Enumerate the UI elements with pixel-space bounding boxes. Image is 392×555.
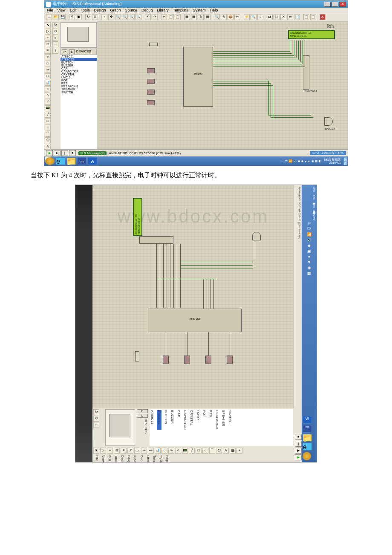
rotate-ccw-icon-2[interactable]: ↺ <box>93 416 99 422</box>
list-item[interactable]: RESPACK-8 <box>215 410 219 430</box>
exit-icon[interactable]: ⬅ <box>287 14 293 20</box>
menu-tools[interactable]: Tools <box>81 8 89 12</box>
instrument-icon-2[interactable]: 📟 <box>182 448 188 454</box>
menu-template[interactable]: Template <box>173 8 189 12</box>
taskbar-explorer-icon[interactable]: 📁 <box>66 157 76 165</box>
menu-debug-2[interactable]: Debug <box>140 455 144 461</box>
button-k4-2[interactable] <box>227 356 233 364</box>
open-file-icon[interactable]: 📂 <box>53 14 59 20</box>
pause-button[interactable]: ‖ <box>61 150 68 156</box>
delete-sheet-icon[interactable]: ✕ <box>280 14 286 20</box>
new-file-icon[interactable]: □ <box>46 14 52 20</box>
rotate-cw-icon-2[interactable]: ↻ <box>93 409 99 415</box>
block-rotate-icon[interactable]: ↻ <box>198 14 204 20</box>
junction-mode-icon[interactable]: + <box>45 35 51 41</box>
tray-clock[interactable]: 19:35 星期三 2015/7/1 <box>322 158 343 164</box>
marker-icon-2[interactable]: + <box>236 448 242 454</box>
terminal-icon-2[interactable]: ⊸ <box>141 448 147 454</box>
grid-icon[interactable]: ⊞ <box>92 14 98 20</box>
taskbar-isis-icon-2[interactable]: isis <box>303 425 312 433</box>
list-item[interactable]: BUTTON <box>164 410 168 430</box>
component-mode-icon-2[interactable]: ▷ <box>100 448 106 454</box>
list-item[interactable]: POT <box>61 79 97 82</box>
menu-view[interactable]: View <box>58 8 66 12</box>
button-k3[interactable] <box>147 90 155 95</box>
schematic-canvas-portrait[interactable]: www.bdocx.com J012182class--16 TIME:13:0… <box>92 185 294 408</box>
subcircuit-mode-icon[interactable]: ▭ <box>45 61 51 66</box>
tray-icon-2[interactable]: 🛡 <box>307 227 311 231</box>
menu-system-2[interactable]: System <box>159 455 163 461</box>
erc-icon[interactable]: 📋 <box>303 14 309 20</box>
flip-v-icon[interactable]: ↕ <box>52 48 58 54</box>
zoom-in-icon[interactable]: 🔍 <box>115 14 121 20</box>
new-sheet-icon[interactable]: □ <box>274 14 280 20</box>
bus-mode-icon[interactable]: ⫽ <box>45 54 51 60</box>
menu-source-2[interactable]: Source <box>133 455 137 461</box>
arc-icon-2[interactable]: ⌒ <box>209 448 215 454</box>
list-item[interactable]: BUZZER <box>170 410 174 430</box>
list-item[interactable]: RES <box>61 82 97 85</box>
tray-icon-2[interactable]: ▼ <box>307 260 311 264</box>
taskbar-word-icon-2[interactable]: W <box>303 416 312 424</box>
stop-button[interactable]: ■ <box>69 150 76 156</box>
menu-graph-2[interactable]: Graph <box>127 455 131 461</box>
paste-icon[interactable]: 📋 <box>175 14 181 20</box>
message-count[interactable]: ⊙ 5 Message(s) <box>78 151 107 155</box>
terminal-mode-icon[interactable]: ⊸ <box>45 67 51 73</box>
play-button[interactable]: ▶ <box>46 150 53 156</box>
ares-icon[interactable]: A <box>320 14 326 20</box>
minimize-button[interactable]: ─ <box>324 2 331 7</box>
tray-generic-icon[interactable]: ● <box>305 160 306 163</box>
list-item[interactable]: CAP <box>177 410 181 430</box>
flip-h-icon[interactable]: ↔ <box>52 41 58 47</box>
pick-icon[interactable]: 🔍 <box>214 14 220 20</box>
block-move-icon[interactable]: ▦ <box>191 14 197 20</box>
crystal-component[interactable] <box>149 43 158 46</box>
graph-icon-2[interactable]: 📊 <box>155 448 161 454</box>
pin-icon-2[interactable]: ⊷ <box>148 448 154 454</box>
list-item[interactable]: AT89C51 <box>150 410 154 430</box>
wire-autoroute-icon[interactable]: ⚡ <box>244 14 250 20</box>
junction-mode-icon-2[interactable]: + <box>107 448 113 454</box>
list-item[interactable]: LM016L <box>61 76 97 79</box>
list-item[interactable]: CAPACITOR <box>61 70 97 73</box>
label-mode-icon[interactable]: ⊞ <box>45 41 51 47</box>
graph-mode-icon[interactable]: 📊 <box>45 80 51 86</box>
selection-mode-icon[interactable]: ⬉ <box>45 22 51 28</box>
text-mode-icon-2[interactable]: ≡ <box>121 448 127 454</box>
line-mode-icon[interactable]: ╱ <box>45 112 51 118</box>
undo-icon[interactable]: ↶ <box>145 14 151 20</box>
symbol-icon-2[interactable]: ▦ <box>230 448 236 454</box>
step-button[interactable]: ▶| <box>54 150 61 156</box>
subcircuit-icon-2[interactable]: ▭ <box>134 448 140 454</box>
print-icon[interactable]: 🖨 <box>69 14 75 20</box>
maximize-button[interactable]: □ <box>331 2 338 7</box>
zoom-all-icon[interactable]: 🔍 <box>129 14 135 20</box>
respack-chip[interactable] <box>303 55 309 90</box>
instrument-mode-icon[interactable]: 📟 <box>45 105 51 111</box>
tray-generic-icon[interactable]: ▦ <box>315 159 318 163</box>
tape-mode-icon[interactable]: ○ <box>45 86 51 92</box>
device-list-2[interactable]: AT89C51 AT89C52 BUTTON BUZZER CAP CAPACI… <box>150 409 293 446</box>
angle-input[interactable]: 0 <box>52 35 58 41</box>
list-item[interactable]: RES <box>209 410 213 430</box>
taskbar-isis-icon[interactable]: isis <box>77 157 86 165</box>
refresh-icon[interactable]: ↻ <box>85 14 91 20</box>
button-k4[interactable] <box>147 100 155 105</box>
block-copy-icon[interactable]: ▦ <box>184 14 190 20</box>
stop-button-2[interactable]: ■ <box>295 434 302 440</box>
tray-flag-icon[interactable]: ⚐ <box>281 159 284 163</box>
taskbar-ie-icon[interactable]: e <box>56 157 65 165</box>
text-mode-icon[interactable]: ≡ <box>45 48 51 54</box>
mcu-chip[interactable]: AT89C52 <box>183 47 213 107</box>
pan-icon[interactable]: ✥ <box>108 14 114 20</box>
circle-mode-icon[interactable]: ○ <box>45 124 51 130</box>
list-item[interactable]: CRYSTAL <box>190 410 193 430</box>
rotate-ccw-icon[interactable]: ↺ <box>52 29 58 35</box>
circle-icon-2[interactable]: ○ <box>202 448 208 454</box>
tray-show-desktop[interactable]: 仿真中 <box>343 157 347 165</box>
menu-template-2[interactable]: Template <box>153 455 156 461</box>
button-k2[interactable] <box>147 79 155 84</box>
tape-icon-2[interactable]: ○ <box>161 448 167 454</box>
tray-generic-icon[interactable]: ◉ <box>311 159 314 163</box>
